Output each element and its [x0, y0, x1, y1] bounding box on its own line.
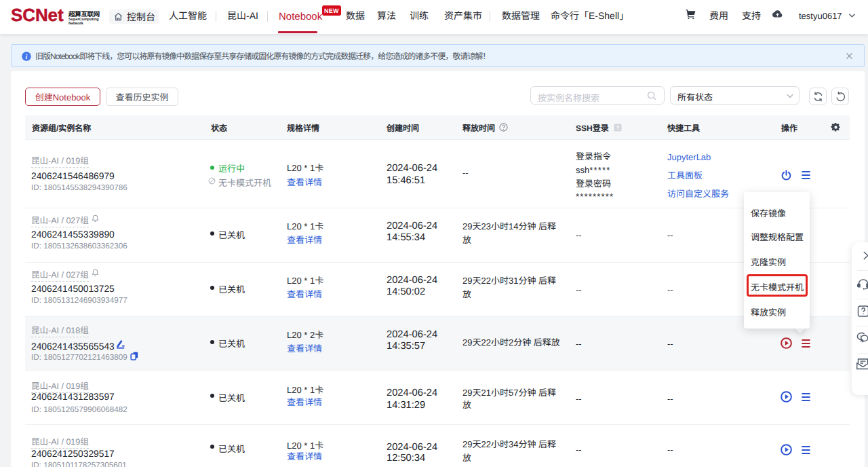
svg-text:?: ? — [616, 125, 620, 131]
svg-text:i: i — [26, 54, 28, 61]
